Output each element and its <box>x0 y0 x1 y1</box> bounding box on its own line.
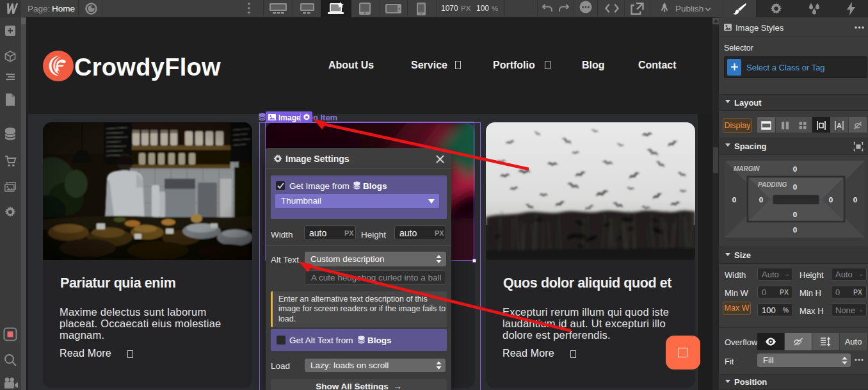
svg-text:PADDING: PADDING <box>758 181 787 188</box>
svg-text:0: 0 <box>853 196 856 204</box>
svg-text:0: 0 <box>792 211 796 218</box>
svg-text:0: 0 <box>828 196 832 204</box>
svg-text:0: 0 <box>732 196 735 204</box>
svg-text:0: 0 <box>792 165 796 173</box>
svg-text:A: A <box>837 122 842 129</box>
svg-text:0: 0 <box>759 196 762 204</box>
svg-text:0: 0 <box>792 226 796 234</box>
svg-text:0: 0 <box>792 183 796 191</box>
svg-text:MARGIN: MARGIN <box>734 165 760 172</box>
